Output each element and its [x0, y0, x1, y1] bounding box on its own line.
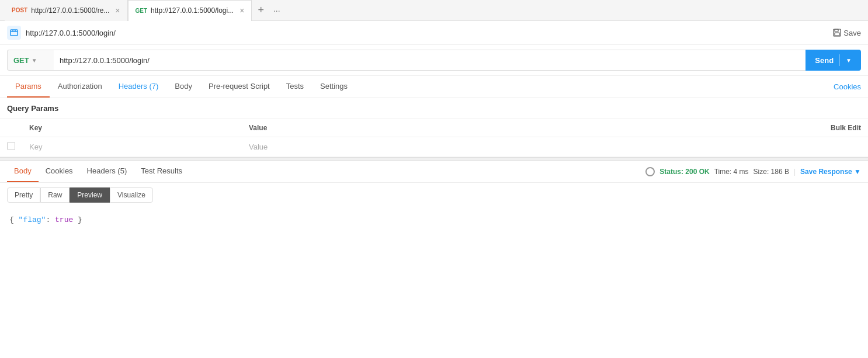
- tab-headers[interactable]: Headers (7): [110, 76, 167, 98]
- tab-method-post: POST: [12, 7, 27, 13]
- tab-settings[interactable]: Settings: [312, 76, 356, 98]
- tab-close-post[interactable]: ×: [115, 6, 120, 15]
- resp-tab-test-results[interactable]: Test Results: [134, 161, 189, 182]
- url-input[interactable]: [54, 50, 805, 71]
- request-tabs: Params Authorization Headers (7) Body Pr…: [0, 76, 868, 98]
- url-row: GET ▼ Send ▼: [0, 45, 868, 76]
- params-col-bulk-edit[interactable]: Bulk Edit: [508, 119, 868, 137]
- resp-tab-body[interactable]: Body: [7, 161, 39, 182]
- send-divider: [839, 54, 840, 66]
- svg-rect-2: [835, 29, 838, 32]
- view-visualize-button[interactable]: Visualize: [110, 187, 153, 203]
- tab-params[interactable]: Params: [7, 76, 50, 98]
- query-params-title: Query Params: [0, 98, 868, 119]
- status-ok: Status: 200 OK: [659, 168, 709, 176]
- tab-method-get: GET: [136, 8, 148, 14]
- method-chevron-icon: ▼: [32, 57, 37, 64]
- params-col-checkbox: [0, 119, 22, 137]
- address-url: http://127.0.0.1:5000/login/: [26, 29, 828, 37]
- view-pretty-button[interactable]: Pretty: [7, 187, 40, 203]
- meta-separator: |: [794, 168, 796, 176]
- svg-rect-0: [11, 30, 18, 36]
- address-bar: http://127.0.0.1:5000/login/ Save: [0, 21, 868, 45]
- row-value-cell[interactable]: Value: [242, 137, 508, 157]
- row-actions-cell: [508, 137, 868, 157]
- json-value: true: [55, 216, 73, 224]
- tab-pre-request[interactable]: Pre-request Script: [200, 76, 278, 98]
- method-select[interactable]: GET ▼: [7, 50, 54, 71]
- tab-url-get: http://127.0.0.1:5000/logi...: [151, 6, 234, 15]
- send-button[interactable]: Send ▼: [805, 50, 861, 71]
- save-label: Save: [843, 29, 861, 37]
- address-icon: [7, 26, 21, 40]
- view-buttons: Pretty Raw Preview Visualize: [0, 183, 868, 207]
- response-size: Size: 186 B: [754, 168, 789, 176]
- save-response-label: Save Response: [800, 168, 852, 176]
- tab-authorization[interactable]: Authorization: [50, 76, 110, 98]
- json-key: "flag": [19, 216, 46, 224]
- tab-get[interactable]: GET http://127.0.0.1:5000/logi... ×: [128, 0, 252, 21]
- tab-body[interactable]: Body: [166, 76, 200, 98]
- svg-rect-3: [835, 33, 839, 36]
- cookies-button[interactable]: Cookies: [834, 77, 861, 97]
- tab-close-get[interactable]: ×: [239, 6, 244, 15]
- row-checkbox-cell: [0, 137, 22, 157]
- send-caret-icon: ▼: [846, 57, 852, 64]
- response-tabs: Body Cookies Headers (5) Test Results St…: [0, 161, 868, 183]
- json-open-brace: {: [9, 216, 19, 224]
- method-label: GET: [13, 56, 29, 65]
- tab-more-button[interactable]: ···: [270, 6, 284, 15]
- response-status: Status: 200 OK: [659, 168, 709, 176]
- response-time: Time: 4 ms: [714, 168, 749, 176]
- resp-tab-cookies[interactable]: Cookies: [39, 161, 80, 182]
- view-preview-button[interactable]: Preview: [70, 187, 110, 203]
- globe-icon: [645, 167, 655, 176]
- tab-add-button[interactable]: +: [252, 4, 270, 16]
- save-response-caret-icon: ▼: [854, 168, 861, 176]
- tab-tests[interactable]: Tests: [278, 76, 312, 98]
- tab-url-post: http://127.0.0.1:5000/re...: [31, 6, 109, 15]
- params-col-key: Key: [22, 119, 242, 137]
- table-row: Key Value: [0, 137, 868, 157]
- tab-post[interactable]: POST http://127.0.0.1:5000/re... ×: [5, 0, 128, 21]
- row-key-cell[interactable]: Key: [22, 137, 242, 157]
- view-raw-button[interactable]: Raw: [40, 187, 70, 203]
- tab-bar: POST http://127.0.0.1:5000/re... × GET h…: [0, 0, 868, 21]
- send-label: Send: [815, 56, 834, 65]
- json-preview: { "flag": true }: [0, 207, 868, 234]
- row-checkbox[interactable]: [7, 142, 15, 150]
- params-table: Key Value Bulk Edit Key Value: [0, 119, 868, 157]
- save-button[interactable]: Save: [833, 29, 861, 37]
- params-col-value: Value: [242, 119, 508, 137]
- response-meta: Status: 200 OK Time: 4 ms Size: 186 B | …: [645, 167, 861, 176]
- json-colon: :: [46, 216, 55, 224]
- resp-tab-headers[interactable]: Headers (5): [80, 161, 134, 182]
- json-close-brace: }: [73, 216, 82, 224]
- save-response-button[interactable]: Save Response ▼: [800, 168, 861, 176]
